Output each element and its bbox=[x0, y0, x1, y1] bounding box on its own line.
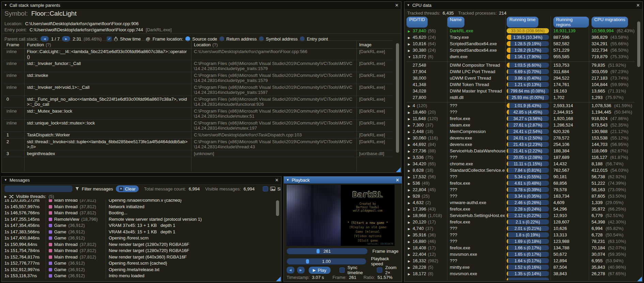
step-forward-button[interactable]: ▶ bbox=[297, 267, 305, 273]
message-row[interactable]: 1s 147,383,566nsGame(36,912)VRAM 43x45: … bbox=[4, 229, 274, 235]
cpu-row[interactable]: ▶20,120(17)firefox.exe2.1 s (0.22%)128,6… bbox=[407, 219, 635, 225]
callstack-row[interactable]: inlinestd::_Invoker_ret<void,1>::_CallC:… bbox=[4, 84, 393, 96]
expand-icon[interactable]: ▶ bbox=[407, 208, 413, 211]
expand-icon[interactable]: ▶ bbox=[4, 195, 7, 198]
cpu-row[interactable]: 41,348DWM Token Thread1.21 s (0.13%)174,… bbox=[407, 81, 635, 88]
cpu-row[interactable]: ▶17,532(56)???5.34 s (0.55%)90,18156,738… bbox=[407, 173, 635, 180]
cpu-row[interactable]: ▶18,172(8)msvsmon.exe1.35 s (0.14%)38,84… bbox=[407, 270, 635, 277]
zoom-2x-checkbox[interactable] bbox=[377, 267, 382, 273]
playback-titlebar[interactable]: ▼ Playback ✕ bbox=[284, 177, 402, 184]
cpu-row[interactable]: ▶7,300(37)steam.exe27.61 s (2.87%)1,286,… bbox=[407, 122, 635, 128]
cpu-row[interactable]: ▶10,816(64)ScriptedSandbox64.exe1:28.5 (… bbox=[407, 40, 635, 47]
cpu-row[interactable]: ▶34,420(65)chrome.exe11.11 s (1.15%)14,4… bbox=[407, 161, 635, 167]
cpu-row[interactable]: ▶928(25)???3.34 s (0.35%)163,73487,605 (… bbox=[407, 193, 635, 199]
expand-icon[interactable]: ▶ bbox=[407, 260, 413, 263]
message-row[interactable]: 1s 147,255,145nsRemoteView(18,796)Remote… bbox=[4, 216, 274, 223]
expand-icon[interactable]: ▶ bbox=[407, 137, 413, 140]
cpu-titlebar[interactable]: ▼ CPU data ✕ bbox=[404, 2, 642, 9]
vertical-scrollbar[interactable] bbox=[396, 43, 399, 153]
expand-icon[interactable]: ▶ bbox=[407, 195, 413, 198]
cpu-row[interactable]: ▶8,628(18)StandardCollector.Service.e7.8… bbox=[407, 167, 635, 173]
callstack-row[interactable]: 1TaskDispatch::WorkerC:\Users\wolf\Deskt… bbox=[4, 132, 393, 138]
expand-icon[interactable]: ▶ bbox=[407, 188, 413, 192]
message-row[interactable]: 1s 147,354,456nsGame(36,912)VRAM 37x45: … bbox=[4, 222, 274, 229]
cpu-row[interactable]: ▼13,072(6)dwm.exe1:16.1 (7.90%)955,58571… bbox=[407, 53, 635, 60]
message-row[interactable]: 1s 151,754,784nsMain thread(37,812)New r… bbox=[4, 248, 274, 254]
message-row[interactable]: 1s 145,557,997nsMain thread(37,812)Netwo… bbox=[4, 204, 274, 210]
cpu-row[interactable]: ▶22,804(45)???3.78 s (0.39%)79,57858,163… bbox=[407, 186, 635, 193]
message-row[interactable]: 1s 153,116,37nsGame(36,912)Intro menu lo… bbox=[4, 273, 274, 279]
expand-icon[interactable]: ▶ bbox=[407, 266, 413, 269]
cpu-row[interactable]: 37,904DWM LPC Port Thread6.69 s (0.70%)3… bbox=[407, 68, 635, 75]
expand-icon[interactable]: ▶ bbox=[407, 247, 413, 250]
message-row[interactable]: 1s 150,994,64nsMain thread(37,812)New re… bbox=[4, 242, 274, 248]
expand-icon[interactable]: ▶ bbox=[407, 214, 413, 218]
callstack-row[interactable]: inlinestd::_Invoker_functor::_CallC:\Pro… bbox=[4, 60, 393, 72]
col-cpu-migrations[interactable]: CPU migrations bbox=[592, 17, 628, 28]
cpu-row[interactable]: ▶37,840(55)DarkRL.exe33:30.8 (208.96%)16… bbox=[407, 28, 635, 34]
zoom-2x-label[interactable]: Zoom 2× bbox=[385, 265, 402, 275]
expand-icon[interactable]: ▶ bbox=[407, 182, 413, 185]
expand-icon[interactable]: ▶ bbox=[407, 163, 413, 166]
cpu-row[interactable]: ▶18,408(17)firefox.exe1.66 s (0.17%)134,… bbox=[407, 245, 635, 251]
cpu-row[interactable]: ▶30,380(24)ScriptedSandbox64.exe1:28.2 (… bbox=[407, 47, 635, 53]
resize-grip[interactable] bbox=[276, 277, 281, 281]
col-running-time[interactable]: Running time bbox=[507, 17, 538, 28]
vertical-scrollbar[interactable] bbox=[276, 200, 279, 216]
cpu-row[interactable]: 27,548DWM Compositor Thread1:03.5 (6.60%… bbox=[407, 62, 635, 68]
expand-icon[interactable]: ▶ bbox=[407, 143, 413, 147]
col-location[interactable]: Location(?) bbox=[191, 42, 356, 47]
message-row[interactable]: 1s 146,576,766nsMain thread(37,812)Booti… bbox=[4, 210, 274, 216]
expand-icon[interactable]: ▶ bbox=[407, 156, 413, 160]
close-icon[interactable]: ✕ bbox=[396, 178, 399, 183]
collapse-icon[interactable]: ▼ bbox=[4, 178, 7, 182]
callstack-row[interactable]: 2std::thread::_Invoke<std::tuple<<lambda… bbox=[4, 138, 393, 150]
cpu-row[interactable]: ▶18,968(1,018)ServiceHub.SettingsHost.ex… bbox=[407, 212, 635, 219]
expand-icon[interactable]: ▶ bbox=[407, 176, 413, 179]
message-row[interactable]: 1s 152,764,817nsMain thread(37,812)New r… bbox=[4, 254, 274, 261]
cpu-row[interactable]: ▶536(49)firefox.exe4.61 s (0.48%)68,8565… bbox=[407, 180, 635, 186]
close-icon[interactable]: ✕ bbox=[275, 178, 279, 183]
resize-grip[interactable] bbox=[637, 277, 642, 281]
cpu-row[interactable]: ▶4,740(37)???2.01 s (0.21%)10,6266,994 (… bbox=[407, 225, 635, 232]
cpu-row[interactable]: ▶22,404(12)msvsmon.exe1.65 s (0.17%)50,6… bbox=[407, 251, 635, 257]
expand-icon[interactable]: ▶ bbox=[407, 253, 413, 256]
col-function[interactable]: Function(?) bbox=[24, 42, 191, 47]
expand-icon[interactable]: ▶ bbox=[407, 30, 413, 33]
cpu-row[interactable]: 38,000uDWM Event Thread3.86 s (0.40%)294… bbox=[407, 75, 635, 81]
collapse-icon[interactable]: ▼ bbox=[286, 178, 289, 182]
cpu-row[interactable]: 27,800ntdll.dll25.93 ms (0.00%)1,7021,29… bbox=[407, 94, 635, 101]
step-back-button[interactable]: ◀ bbox=[287, 267, 294, 273]
callstack-row[interactable]: inlineFloor::CalcLight::__l4::<lambda_5b… bbox=[4, 48, 393, 60]
message-row[interactable]: 1s 152,776,777nsGame(36,912)Opening /for… bbox=[4, 260, 274, 267]
callstack-row[interactable]: inlinestd::unique_lock<std::mutex>::lock… bbox=[4, 120, 393, 132]
expand-icon[interactable]: ▶ bbox=[407, 234, 413, 237]
expand-icon[interactable]: ▶ bbox=[407, 124, 413, 127]
expand-icon[interactable]: ▶ bbox=[407, 49, 413, 52]
cpu-row[interactable]: 34,028DWM Master Input Thread799.64 ms (… bbox=[407, 88, 635, 94]
collapse-icon[interactable]: ▼ bbox=[407, 3, 410, 7]
expand-icon[interactable]: ▶ bbox=[407, 117, 413, 121]
show-images-checkbox[interactable] bbox=[263, 186, 268, 192]
frame-image-slider[interactable]: 261 bbox=[287, 248, 368, 254]
collapse-icon[interactable]: ▼ bbox=[4, 3, 7, 7]
sync-timeline-label[interactable]: Sync timeline bbox=[348, 265, 372, 275]
expand-icon[interactable]: ▶ bbox=[407, 130, 413, 134]
callstack-row[interactable]: 0std::_Func_impl_no_alloc<<lambda_5bc224… bbox=[4, 96, 393, 108]
col-frame[interactable]: Frame bbox=[4, 42, 24, 47]
cpu-row[interactable]: ▶27,736(88)ServiceHub.DataWarehouse21.41… bbox=[407, 148, 635, 154]
col-name[interactable]: Name bbox=[447, 17, 464, 28]
expand-icon[interactable]: ▶ bbox=[407, 227, 413, 231]
expand-icon[interactable]: ▶ bbox=[407, 201, 413, 205]
expand-icon[interactable]: ▶ bbox=[407, 111, 413, 114]
cpu-row[interactable]: ▶44,692(84)devenv.exe21.43 s (2.23%)254,… bbox=[407, 141, 635, 148]
col-image[interactable]: Image bbox=[356, 42, 393, 47]
close-icon[interactable]: ✕ bbox=[395, 3, 399, 8]
expand-icon[interactable]: ▶ bbox=[407, 104, 413, 108]
expand-icon[interactable]: ▶ bbox=[407, 169, 413, 172]
cpu-row[interactable]: ▶30,060(116)devenv.exe24.01 s (2.50%)278… bbox=[407, 135, 635, 141]
cpu-row[interactable]: ▶18,460(20)???42.85 s (4.45%)2,344,9151,… bbox=[407, 109, 635, 115]
callstack-row[interactable]: inlinestd::_Mutex_base::lockC:\Program F… bbox=[4, 108, 393, 120]
cpu-row[interactable]: ▶45,620(24)Tracy.exe1:39.5 (10.34%)887,5… bbox=[407, 34, 635, 40]
cpu-row[interactable]: ▶2,448(18)MemCompression24.41 s (2.54%)6… bbox=[407, 128, 635, 135]
